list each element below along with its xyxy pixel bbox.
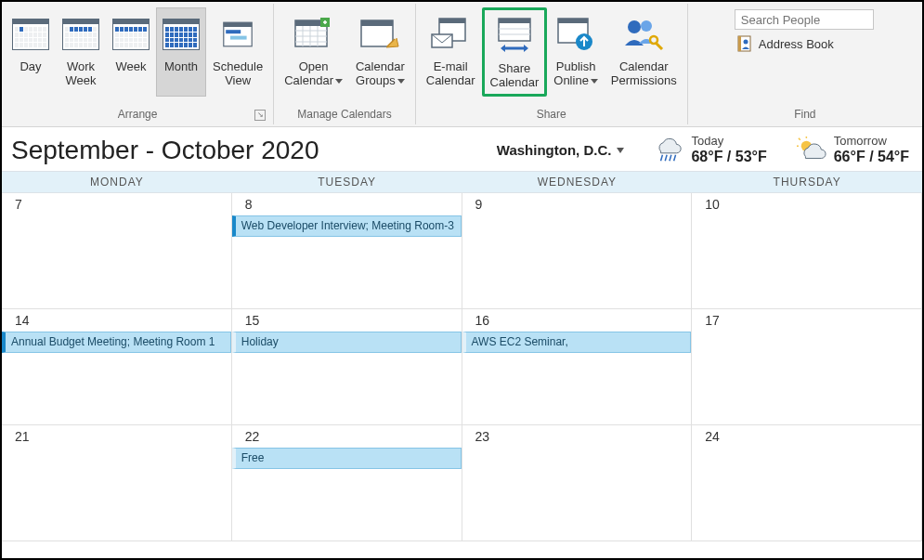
day-button[interactable]: Day (6, 7, 56, 97)
schedule-view-icon (223, 20, 253, 48)
calendar-cell[interactable]: 21 (2, 425, 232, 541)
calendar-month-icon (163, 19, 200, 50)
month-label: Month (164, 60, 198, 74)
day-label: Day (20, 60, 41, 74)
date-range-title: September - October 2020 (11, 136, 480, 165)
weather-partly-cloudy-icon (797, 137, 826, 164)
tomorrow-label: Tomorrow (834, 135, 909, 149)
ribbon-group-arrange: Day Work Week Week Month (2, 4, 274, 124)
svg-rect-16 (439, 19, 465, 23)
svg-rect-3 (230, 36, 247, 40)
calendar-groups-button[interactable]: Calendar Groups (349, 7, 411, 97)
weather-tomorrow: Tomorrow 66°F / 54°F (797, 135, 909, 165)
calendar-permissions-button[interactable]: Calendar Permissions (605, 7, 683, 97)
calendar-header: September - October 2020 Washington, D.C… (2, 127, 922, 171)
weather-rain-icon (654, 137, 683, 164)
open-calendar-button[interactable]: Open Calendar (278, 7, 349, 97)
weekday-monday: MONDAY (2, 172, 232, 192)
svg-line-33 (670, 154, 671, 161)
email-calendar-icon (431, 18, 470, 51)
arrange-dialog-launcher[interactable]: ↘ (254, 110, 266, 121)
svg-point-25 (628, 20, 641, 33)
svg-line-31 (661, 154, 663, 161)
calendar-day-icon (12, 19, 49, 50)
weekday-headers: MONDAY TUESDAY WEDNESDAY THURSDAY (2, 171, 922, 193)
find-caption: Find (794, 108, 815, 121)
open-calendar-icon (294, 18, 333, 51)
open-calendar-label: Open Calendar (284, 59, 333, 87)
svg-rect-19 (499, 19, 530, 23)
ribbon-group-find: Address Book Find (688, 4, 922, 124)
share-caption: Share (537, 108, 566, 121)
cell-date: 24 (705, 429, 914, 444)
cell-date: 7 (15, 197, 224, 212)
svg-rect-14 (361, 20, 393, 26)
svg-line-34 (674, 154, 676, 161)
search-people-input[interactable] (735, 9, 874, 30)
weather-location-button[interactable]: Washington, D.C. (497, 142, 625, 158)
weekday-wednesday: WEDNESDAY (462, 172, 693, 192)
cell-date: 16 (475, 313, 684, 328)
calendar-cell[interactable]: 7 (2, 193, 232, 309)
calendar-cell[interactable]: 8Web Developer Interview; Meeting Room-3 (232, 193, 462, 309)
calendar-cell[interactable]: 22Free (232, 425, 462, 541)
tomorrow-temp: 66°F / 54°F (834, 149, 909, 165)
svg-rect-1 (224, 22, 252, 27)
today-label: Today (691, 135, 766, 149)
calendar-event[interactable]: Web Developer Interview; Meeting Room-3 (232, 215, 462, 236)
publish-online-button[interactable]: Publish Online (547, 7, 605, 97)
calendar-permissions-label: Calendar Permissions (611, 60, 677, 88)
svg-rect-2 (226, 30, 241, 33)
cell-date: 10 (705, 197, 914, 212)
weather-location-label: Washington, D.C. (497, 142, 612, 158)
calendar-cell[interactable]: 14Annual Budget Meeting; Meeting Room 1 (2, 309, 232, 425)
calendar-cell[interactable]: 17 (692, 309, 922, 425)
calendar-permissions-icon (622, 18, 665, 51)
week-button[interactable]: Week (106, 7, 156, 97)
svg-line-32 (666, 154, 668, 161)
calendar-cell[interactable]: 23 (462, 425, 693, 541)
publish-online-label: Publish Online (553, 59, 595, 87)
work-week-label: Work Week (66, 60, 97, 88)
calendar-grid: 7 8Web Developer Interview; Meeting Room… (2, 193, 922, 550)
cell-date: 9 (475, 197, 684, 212)
calendar-event[interactable]: AWS EC2 Seminar, (462, 332, 692, 352)
calendar-event[interactable]: Holiday (232, 332, 462, 352)
calendar-week-icon (112, 19, 150, 50)
month-button[interactable]: Month (156, 7, 206, 97)
calendar-workweek-icon (62, 19, 99, 50)
share-calendar-button[interactable]: Share Calendar (482, 7, 548, 97)
calendar-event[interactable]: Annual Budget Meeting; Meeting Room 1 (2, 332, 231, 352)
ribbon-group-share: E-mail Calendar Share Calendar (416, 4, 688, 124)
calendar-event[interactable]: Free (232, 448, 462, 468)
arrange-caption: Arrange (118, 108, 158, 121)
chevron-down-icon (617, 148, 624, 153)
week-label: Week (116, 60, 147, 74)
calendar-cell[interactable]: 10 (692, 193, 922, 309)
calendar-cell[interactable]: 16AWS EC2 Seminar, (462, 309, 693, 425)
weekday-tuesday: TUESDAY (232, 172, 462, 192)
weekday-thursday: THURSDAY (692, 172, 922, 192)
share-calendar-icon (495, 18, 534, 55)
ribbon-group-manage-calendars: Open Calendar Calendar Groups Manage Cal… (274, 4, 416, 124)
schedule-view-button[interactable]: Schedule View (206, 7, 269, 97)
svg-point-30 (743, 40, 748, 45)
calendar-cell[interactable]: 24 (692, 425, 922, 541)
email-calendar-button[interactable]: E-mail Calendar (420, 7, 482, 97)
ribbon: Day Work Week Week Month (2, 2, 922, 127)
svg-rect-29 (738, 36, 741, 51)
weather-today: Today 68°F / 53°F (654, 135, 766, 165)
address-book-button[interactable]: Address Book (735, 33, 874, 54)
svg-rect-23 (558, 19, 588, 23)
calendar-cell[interactable]: 15Holiday (232, 309, 462, 425)
publish-online-icon (556, 18, 595, 51)
address-book-label: Address Book (759, 37, 834, 51)
calendar-cell[interactable]: 9 (462, 193, 693, 309)
cell-date: 8 (245, 197, 454, 212)
cell-date: 23 (475, 429, 684, 444)
work-week-button[interactable]: Work Week (56, 7, 106, 97)
today-temp: 68°F / 53°F (691, 149, 766, 165)
address-book-icon (736, 35, 753, 52)
cell-date: 22 (245, 429, 454, 444)
calendar-groups-icon (360, 18, 399, 51)
